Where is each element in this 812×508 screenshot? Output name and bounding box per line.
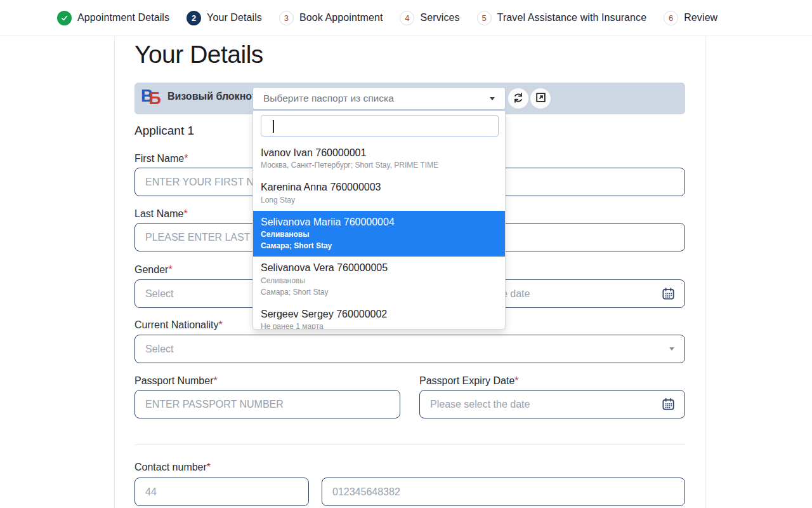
option-subtitle: Москва, Санкт-Петербург; Short Stay, PRI… (261, 160, 497, 170)
page-title: Your Details (134, 41, 263, 69)
step-travel-assistance[interactable]: 5 Travel Assistance with Insurance (477, 11, 647, 25)
text-cursor (273, 120, 274, 133)
visa-notebook-logo: В Б Визовый блокнот (141, 88, 257, 105)
passport-select-placeholder: Выберите паспорт из списка (263, 93, 490, 104)
step-label: Services (420, 12, 459, 23)
step-number: 5 (477, 11, 492, 25)
country-code-input[interactable] (134, 478, 309, 506)
visa-notebook-banner: В Б Визовый блокнот Выберите паспорт из … (134, 83, 685, 114)
step-label: Book Appointment (299, 12, 383, 23)
passport-dropdown-panel: Ivanov Ivan 760000001 Москва, Санкт-Пете… (252, 111, 506, 330)
required-asterisk: * (184, 153, 188, 164)
option-subtitle: Селивановы (261, 229, 497, 239)
required-asterisk: * (207, 462, 211, 472)
stepper: Appointment Details 2 Your Details 3 Boo… (0, 0, 812, 36)
step-appointment-details[interactable]: Appointment Details (57, 11, 169, 25)
chevron-down-icon (669, 347, 674, 351)
step-number: 2 (187, 11, 201, 25)
required-asterisk: * (214, 375, 218, 386)
option-title: Sergeev Sergey 760000002 (261, 308, 497, 320)
last-name-label: Last Name* (134, 208, 188, 220)
nationality-select-value: Select (145, 344, 669, 355)
step-label: Review (684, 12, 717, 23)
option-title: Karenina Anna 760000003 (261, 181, 497, 193)
phone-number-input[interactable] (322, 478, 685, 506)
dropdown-options: Ivanov Ivan 760000001 Москва, Санкт-Пете… (253, 142, 505, 330)
calendar-icon[interactable] (661, 286, 676, 301)
step-label: Your Details (207, 12, 262, 23)
open-external-icon (535, 91, 547, 105)
applicant-heading: Applicant 1 (134, 124, 194, 138)
option-subtitle: Самара; Short Stay (261, 287, 497, 297)
step-book-appointment[interactable]: 3 Book Appointment (279, 11, 383, 25)
step-review[interactable]: 6 Review (664, 11, 717, 25)
passport-expiry-field[interactable]: Please select the date (419, 390, 685, 418)
step-number: 6 (664, 11, 678, 25)
calendar-icon[interactable] (661, 397, 676, 411)
first-name-label: First Name* (134, 153, 188, 164)
passport-expiry-label: Passport Expiry Date* (419, 375, 519, 387)
required-asterisk: * (168, 264, 172, 275)
option-subtitle: Самара; Short Stay (261, 241, 497, 251)
dropdown-search-input[interactable] (261, 115, 499, 137)
passport-select[interactable]: Выберите паспорт из списка (252, 87, 506, 110)
refresh-icon (512, 91, 525, 106)
passport-option-ivanov[interactable]: Ivanov Ivan 760000001 Москва, Санкт-Пете… (253, 142, 505, 176)
passport-number-label: Passport Number* (134, 375, 218, 387)
step-number: 4 (400, 11, 414, 25)
passport-number-input[interactable] (134, 390, 400, 418)
step-label: Travel Assistance with Insurance (497, 12, 647, 23)
step-your-details[interactable]: 2 Your Details (187, 11, 262, 25)
section-divider (134, 444, 685, 445)
option-subtitle: Long Stay (261, 195, 497, 205)
check-icon (57, 11, 72, 25)
required-asterisk: * (514, 375, 518, 386)
option-subtitle: Селивановы (261, 276, 497, 286)
passport-expiry-placeholder: Please select the date (430, 399, 661, 410)
option-subtitle: Не ранее 1 марта (261, 321, 497, 330)
logo-letter-b: Б (149, 90, 161, 107)
gender-label: Gender* (134, 264, 173, 276)
option-title: Selivanova Vera 760000005 (261, 262, 497, 274)
passport-option-sergeev[interactable]: Sergeev Sergey 760000002 Не ранее 1 март… (253, 303, 505, 330)
passport-option-selivanova-mariia[interactable]: Selivanova Mariia 760000004 Селивановы С… (253, 211, 505, 257)
logo-title: Визовый блокнот (167, 91, 257, 102)
nationality-label: Current Nationality* (134, 319, 223, 331)
step-services[interactable]: 4 Services (400, 11, 459, 25)
option-title: Ivanov Ivan 760000001 (261, 147, 497, 159)
passport-option-karenina[interactable]: Karenina Anna 760000003 Long Stay (253, 176, 505, 210)
required-asterisk: * (219, 319, 223, 330)
required-asterisk: * (183, 208, 187, 219)
open-external-button[interactable] (530, 88, 551, 109)
step-number: 3 (279, 11, 294, 25)
option-title: Selivanova Mariia 760000004 (261, 216, 497, 228)
step-label: Appointment Details (77, 12, 169, 23)
contact-number-label: Contact number* (134, 462, 211, 473)
chevron-down-icon (490, 97, 495, 100)
refresh-button[interactable] (508, 88, 528, 109)
passport-option-selivanova-vera[interactable]: Selivanova Vera 760000005 Селивановы Сам… (253, 257, 505, 303)
visa-booking-page: Appointment Details 2 Your Details 3 Boo… (0, 0, 812, 508)
nationality-select[interactable]: Select (134, 335, 685, 363)
